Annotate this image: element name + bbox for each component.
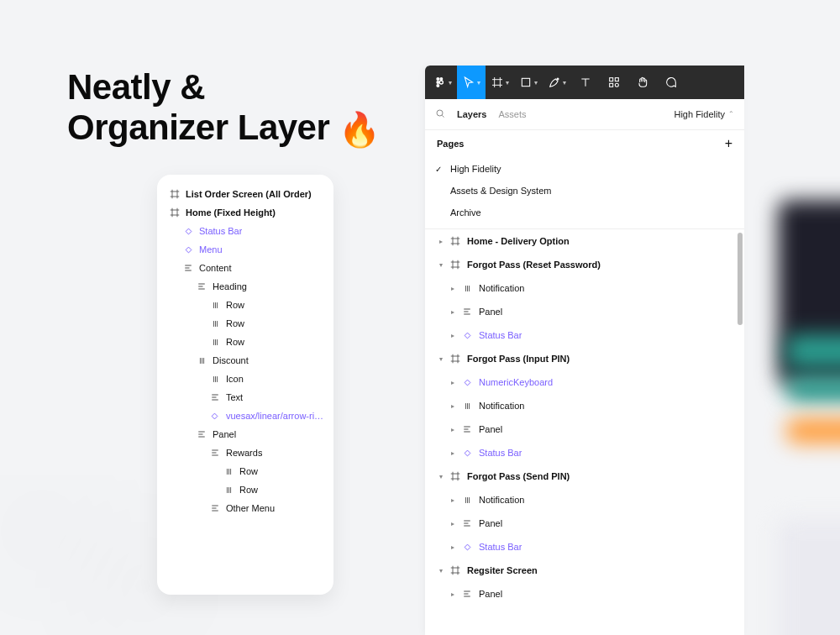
- mini-layer-row[interactable]: Heading: [164, 277, 327, 296]
- hand-tool[interactable]: [628, 66, 657, 99]
- layer-label: Forgot Pass (Send PIN): [467, 471, 570, 481]
- auto-icon: [460, 518, 474, 528]
- layer-row[interactable]: ▸Status Bar: [425, 323, 744, 347]
- layer-row[interactable]: ▾Forgot Pass (Reset Password): [425, 253, 744, 276]
- chevron-right-icon[interactable]: ▸: [447, 520, 459, 527]
- layer-row[interactable]: ▸NumericKeyboard: [425, 370, 744, 394]
- chevron-right-icon[interactable]: ▸: [447, 449, 459, 457]
- svg-point-50: [436, 77, 439, 81]
- layer-row[interactable]: ▸Notification: [425, 488, 744, 512]
- layer-row[interactable]: ▾Forgot Pass (Input PIN): [425, 347, 744, 370]
- mini-layer-row[interactable]: Discount: [164, 351, 327, 370]
- mini-layer-row[interactable]: List Order Screen (All Order): [164, 185, 327, 203]
- figma-app: ▾▾▾▾▾ Layers Assets High Fidelity ⌃ Page…: [425, 66, 744, 635]
- layer-row[interactable]: ▸Status Bar: [425, 535, 744, 559]
- mini-layer-row[interactable]: Home (Fixed Height): [164, 203, 327, 222]
- auto-icon: [460, 424, 474, 434]
- move-tool[interactable]: ▾: [457, 66, 486, 99]
- auto-icon: [196, 429, 207, 439]
- chevron-right-icon[interactable]: ▸: [447, 496, 459, 504]
- mini-layer-row[interactable]: Rewards: [164, 443, 327, 462]
- chevron-down-icon[interactable]: ▾: [435, 473, 447, 480]
- layer-row[interactable]: ▸Notification: [425, 394, 744, 417]
- chevron-down-icon[interactable]: ▾: [435, 355, 447, 363]
- svg-rect-106: [465, 544, 470, 550]
- canvas-preview: [744, 66, 840, 635]
- chevron-right-icon[interactable]: ▸: [447, 332, 459, 339]
- mini-layer-row[interactable]: Panel: [164, 425, 327, 443]
- mini-layer-row[interactable]: Menu: [164, 240, 327, 259]
- auto-icon: [209, 392, 221, 402]
- svg-rect-65: [610, 83, 613, 87]
- page-item[interactable]: Archive: [425, 202, 744, 223]
- chevron-right-icon[interactable]: ▸: [447, 402, 459, 410]
- bars-icon: [223, 467, 234, 476]
- chevron-right-icon[interactable]: ▸: [435, 238, 447, 245]
- mini-layer-row[interactable]: Content: [164, 259, 327, 277]
- mini-layer-row[interactable]: Other Menu: [164, 499, 327, 517]
- page-dropdown[interactable]: High Fidelity ⌃: [674, 109, 734, 119]
- chevron-right-icon[interactable]: ▸: [447, 379, 459, 386]
- layer-label: Forgot Pass (Input PIN): [467, 354, 570, 364]
- layer-label: Forgot Pass (Reset Password): [467, 260, 601, 270]
- chevron-right-icon[interactable]: ▸: [447, 308, 459, 316]
- layer-row[interactable]: ▸Notification: [425, 276, 744, 300]
- bars-icon: [460, 401, 474, 411]
- layer-row[interactable]: ▸Panel: [425, 512, 744, 535]
- page-label: Assets & Design System: [450, 186, 551, 196]
- layer-row[interactable]: ▸Status Bar: [425, 441, 744, 464]
- mini-layer-row[interactable]: Icon: [164, 370, 327, 388]
- mini-layer-label: Text: [226, 392, 243, 402]
- layer-row[interactable]: ▸Home - Delivery Option: [425, 229, 744, 253]
- add-page-button[interactable]: +: [725, 136, 732, 151]
- mini-layer-label: vuesax/linear/arrow-right: [226, 411, 327, 421]
- chevron-right-icon[interactable]: ▸: [447, 543, 459, 551]
- frame-tool[interactable]: ▾: [486, 66, 514, 99]
- chevron-right-icon[interactable]: ▸: [447, 590, 459, 598]
- main-menu[interactable]: ▾: [428, 66, 457, 99]
- layer-row[interactable]: ▸Panel: [425, 582, 744, 606]
- resources[interactable]: [600, 66, 628, 99]
- mini-layer-row[interactable]: Row: [164, 333, 327, 351]
- pages-title: Pages: [437, 139, 464, 149]
- mini-layer-label: Row: [239, 466, 258, 476]
- tab-assets[interactable]: Assets: [498, 109, 526, 119]
- mini-layer-label: Panel: [213, 429, 236, 439]
- search-icon[interactable]: [435, 108, 445, 120]
- auto-icon: [182, 263, 194, 273]
- pen-tool[interactable]: ▾: [543, 66, 571, 99]
- chevron-up-icon: ⌃: [728, 110, 734, 118]
- diamond-icon: [460, 331, 474, 340]
- shape-tool[interactable]: ▾: [514, 66, 543, 99]
- mini-layer-row[interactable]: Row: [164, 480, 327, 499]
- comment-tool[interactable]: [657, 66, 685, 99]
- svg-rect-83: [465, 333, 470, 338]
- chevron-right-icon[interactable]: ▸: [447, 426, 459, 433]
- auto-icon: [196, 281, 207, 291]
- scrollbar-thumb[interactable]: [738, 233, 743, 325]
- page-item[interactable]: Assets & Design System: [425, 180, 744, 202]
- mini-layer-row[interactable]: Row: [164, 462, 327, 480]
- layer-label: Panel: [479, 424, 502, 434]
- layer-row[interactable]: ▸Panel: [425, 300, 744, 323]
- chevron-right-icon[interactable]: ▸: [447, 285, 459, 292]
- chevron-down-icon[interactable]: ▾: [435, 261, 447, 269]
- text-tool[interactable]: [571, 66, 600, 99]
- page-item[interactable]: High Fidelity: [425, 158, 744, 180]
- layer-row[interactable]: ▾Regsiter Screen: [425, 559, 744, 582]
- diamond-icon: [182, 245, 194, 255]
- mini-layer-row[interactable]: Text: [164, 388, 327, 407]
- pages-list: High FidelityAssets & Design SystemArchi…: [425, 156, 744, 228]
- page-label: Archive: [450, 207, 481, 218]
- auto-icon: [209, 503, 221, 513]
- mini-layer-row[interactable]: Status Bar: [164, 222, 327, 240]
- svg-line-68: [442, 115, 444, 117]
- tab-layers[interactable]: Layers: [457, 109, 486, 119]
- layer-row[interactable]: ▾Forgot Pass (Send PIN): [425, 464, 744, 488]
- mini-layer-row[interactable]: Row: [164, 314, 327, 333]
- layer-row[interactable]: ▸Panel: [425, 417, 744, 441]
- chevron-down-icon[interactable]: ▾: [435, 567, 447, 575]
- mini-layer-row[interactable]: vuesax/linear/arrow-right: [164, 407, 327, 425]
- frame-icon: [449, 354, 462, 364]
- mini-layer-row[interactable]: Row: [164, 296, 327, 314]
